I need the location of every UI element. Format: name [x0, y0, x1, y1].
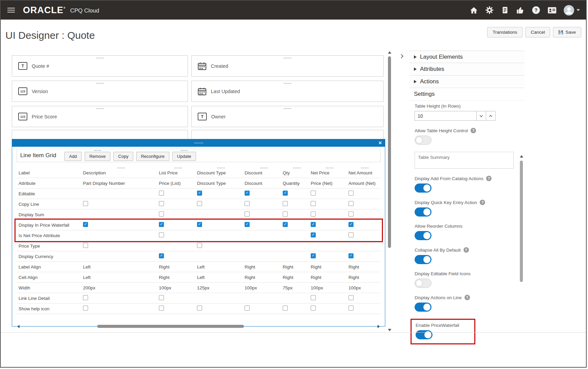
checkbox-unchecked[interactable] [159, 211, 164, 217]
canvas-field-quote[interactable]: TQuote # [12, 55, 188, 77]
table-summary-input[interactable]: Table Summary [415, 152, 514, 169]
copy-button[interactable]: Copy [113, 152, 133, 161]
checkbox-unchecked[interactable] [348, 201, 354, 206]
checkbox-checked[interactable] [283, 222, 288, 227]
reconfigure-button[interactable]: Reconfigure [136, 152, 169, 161]
toggle-display-editable-field-icons[interactable] [415, 279, 431, 288]
user-avatar[interactable] [564, 5, 574, 16]
checkbox-checked[interactable] [311, 222, 316, 227]
toggle-allow-table-height-control[interactable] [415, 136, 431, 145]
checkbox-checked[interactable] [311, 232, 316, 237]
drag-handle-icon[interactable] [284, 83, 291, 84]
checkbox-checked[interactable] [159, 253, 164, 258]
column-drag-handle-icon[interactable] [293, 168, 301, 168]
checkbox-unchecked[interactable] [83, 306, 88, 311]
toggle-collapse-all-by-default[interactable] [415, 255, 431, 264]
column-drag-handle-icon[interactable] [326, 168, 333, 168]
help-icon[interactable]: ? [486, 176, 492, 181]
toggle-display-quick-key-entry-action[interactable] [415, 207, 431, 217]
help-icon[interactable]: ? [464, 247, 469, 253]
table-height-in-rows-input[interactable] [415, 111, 477, 121]
checkbox-unchecked[interactable] [283, 201, 288, 206]
vertical-scrollbar[interactable] [387, 51, 392, 331]
canvas-field-created[interactable]: Created [191, 55, 384, 77]
menu-icon[interactable] [7, 8, 15, 12]
canvas-field-last-updated[interactable]: Last Updated [191, 81, 384, 102]
column-drag-handle-icon[interactable] [361, 168, 368, 168]
checkbox-checked[interactable] [283, 191, 288, 196]
panel-scrollbar[interactable] [519, 155, 524, 368]
horizontal-scrollbar[interactable] [17, 324, 381, 329]
checkbox-unchecked[interactable] [159, 295, 164, 300]
approvals-icon[interactable] [516, 6, 525, 15]
add-button[interactable]: Add [64, 152, 82, 161]
checkbox-unchecked[interactable] [311, 191, 316, 196]
vertical-scrollbar-thumb[interactable] [388, 56, 391, 248]
scroll-down-icon[interactable] [388, 329, 391, 331]
toggle-enable-pricewaterfall[interactable] [416, 330, 432, 339]
checkbox-unchecked[interactable] [159, 306, 164, 311]
tasks-icon[interactable] [501, 6, 509, 14]
home-icon[interactable] [470, 6, 478, 15]
checkbox-checked[interactable] [311, 253, 316, 258]
checkbox-unchecked[interactable] [311, 211, 316, 217]
checkbox-unchecked[interactable] [197, 306, 202, 311]
checkbox-checked[interactable] [245, 191, 250, 196]
drag-handle-icon[interactable] [96, 83, 104, 84]
spinner-decrement-button[interactable] [476, 111, 486, 121]
drag-handle-icon[interactable] [181, 150, 188, 151]
spinner-increment-button[interactable] [486, 111, 496, 121]
close-icon[interactable]: × [379, 139, 382, 146]
checkbox-checked[interactable] [159, 222, 164, 227]
checkbox-checked[interactable] [197, 222, 202, 227]
caret-down-icon[interactable] [577, 9, 580, 11]
save-button[interactable]: Save [553, 27, 581, 37]
checkbox-unchecked[interactable] [83, 243, 88, 248]
help-icon[interactable]: ? [465, 295, 470, 300]
canvas-field-price-score[interactable]: 123Price Score [12, 106, 188, 127]
user-menu[interactable] [564, 5, 580, 16]
update-button[interactable]: Update [172, 152, 196, 161]
settings-gear-icon[interactable] [485, 6, 494, 15]
accordion-actions[interactable]: Actions [409, 76, 525, 88]
checkbox-unchecked[interactable] [245, 211, 250, 217]
checkbox-unchecked[interactable] [283, 211, 288, 217]
column-drag-handle-icon[interactable] [174, 168, 182, 168]
checkbox-unchecked[interactable] [348, 191, 354, 196]
toggle-allow-reorder-columns[interactable] [415, 231, 431, 240]
canvas-field-owner[interactable]: TOwner [191, 106, 384, 127]
checkbox-unchecked[interactable] [197, 243, 202, 248]
accordion-layout-elements[interactable]: Layout Elements [409, 51, 525, 63]
translations-button[interactable]: Translations [487, 27, 523, 37]
help-icon[interactable]: ? [532, 6, 540, 15]
column-drag-handle-icon[interactable] [117, 168, 125, 168]
checkbox-unchecked[interactable] [83, 201, 88, 206]
checkbox-checked[interactable] [348, 253, 354, 258]
drag-handle-icon[interactable] [284, 58, 291, 58]
drag-handle-icon[interactable] [284, 108, 291, 109]
checkbox-unchecked[interactable] [348, 211, 354, 217]
accordion-attributes[interactable]: Attributes [409, 63, 525, 76]
checkbox-unchecked[interactable] [311, 295, 316, 300]
horizontal-scrollbar-thumb[interactable] [97, 325, 244, 328]
checkbox-unchecked[interactable] [348, 295, 354, 300]
drag-handle-icon[interactable] [96, 108, 104, 109]
contact-card-icon[interactable] [548, 6, 557, 14]
checkbox-unchecked[interactable] [311, 201, 316, 206]
cancel-button[interactable]: Cancel [525, 27, 550, 37]
checkbox-unchecked[interactable] [245, 201, 250, 206]
drag-handle-icon[interactable] [96, 58, 104, 58]
panel-collapse-chevron-icon[interactable] [400, 53, 403, 59]
column-drag-handle-icon[interactable] [217, 168, 225, 168]
checkbox-unchecked[interactable] [311, 306, 316, 311]
drag-handle-icon[interactable] [194, 143, 203, 143]
checkbox-unchecked[interactable] [159, 191, 164, 196]
help-icon[interactable]: ? [480, 200, 485, 205]
drag-handle-icon[interactable] [94, 150, 101, 151]
panel-scrollbar-thumb[interactable] [520, 161, 523, 282]
checkbox-unchecked[interactable] [348, 232, 354, 237]
checkbox-checked[interactable] [197, 191, 202, 196]
remove-button[interactable]: Remove [85, 152, 110, 161]
scroll-right-icon[interactable] [377, 325, 380, 328]
checkbox-unchecked[interactable] [348, 306, 354, 311]
